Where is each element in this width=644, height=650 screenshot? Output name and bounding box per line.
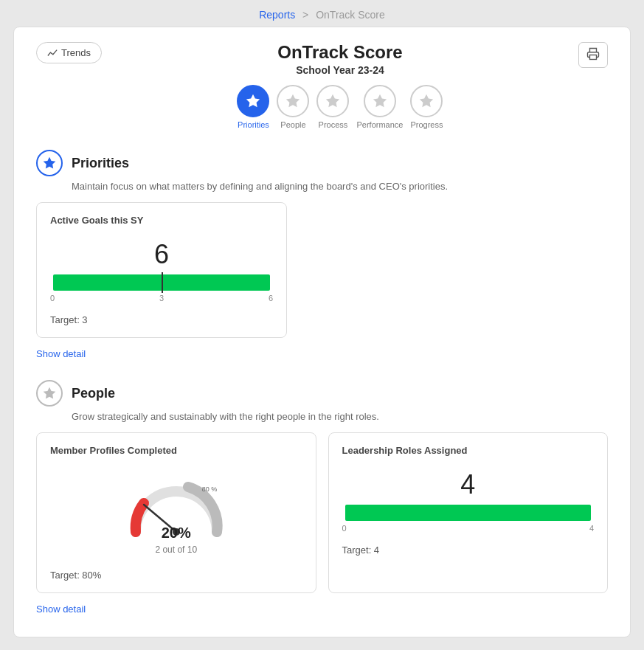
people-star-icon: [42, 386, 57, 401]
page-title: OnTrack Score: [102, 42, 578, 63]
people-icon-circle: [36, 380, 63, 407]
trends-icon: [47, 48, 58, 58]
tabs: Priorities People: [102, 85, 578, 129]
star-icon-people: [285, 93, 301, 109]
svg-rect-0: [590, 55, 597, 60]
people-description: Grow strategically and sustainably with …: [72, 411, 608, 422]
star-icon-progress: [418, 93, 434, 109]
active-goals-card-wrap: Active Goals this SY 6 0 3 6: [36, 202, 608, 338]
active-goals-chart: 6 0 3 6: [50, 233, 273, 305]
bar-label-3: 3: [159, 294, 164, 302]
star-icon-performance: [372, 93, 388, 109]
section-header-people: People: [36, 380, 608, 407]
gauge-svg-wrap: 80 % 20%: [125, 469, 228, 528]
leadership-roles-value: 4: [342, 469, 595, 500]
main-card: Trends OnTrack Score School Year 23-24 P…: [13, 27, 631, 637]
member-profiles-target: Target: 80%: [50, 570, 302, 581]
active-goals-bar-container: [53, 274, 270, 291]
breadcrumb-current: OnTrack Score: [316, 9, 385, 21]
leadership-roles-bar-container: [345, 505, 592, 521]
active-goals-target: Target: 3: [50, 314, 273, 325]
active-goals-card: Active Goals this SY 6 0 3 6: [36, 202, 287, 338]
active-goals-bar-marker: [162, 272, 163, 293]
tab-performance[interactable]: Performance: [356, 85, 403, 129]
bar-label-6: 6: [269, 294, 273, 302]
section-priorities: Priorities Maintain focus on what matter…: [36, 150, 608, 359]
leadership-bar-label-0: 0: [342, 524, 347, 533]
leadership-roles-chart: 4 0 4: [342, 463, 595, 536]
leadership-roles-bar-track: [345, 505, 592, 521]
breadcrumb-reports[interactable]: Reports: [259, 9, 295, 21]
tab-progress[interactable]: Progress: [410, 85, 443, 129]
active-goals-value: 6: [50, 239, 273, 270]
people-cards-row: Member Profiles Completed: [36, 432, 608, 593]
people-title: People: [72, 386, 115, 401]
page-header: Trends OnTrack Score School Year 23-24 P…: [36, 42, 608, 129]
gauge-sub-label: 2 out of 10: [155, 544, 197, 555]
tab-circle-progress: [410, 85, 443, 117]
active-goals-title: Active Goals this SY: [50, 215, 273, 226]
active-goals-bar-labels: 0 3 6: [50, 294, 273, 302]
leadership-roles-bar-fill: [345, 505, 592, 521]
tab-priorities[interactable]: Priorities: [237, 85, 269, 129]
star-icon-process: [325, 93, 341, 109]
tab-circle-priorities: [237, 85, 269, 117]
member-profiles-card: Member Profiles Completed: [36, 432, 316, 593]
active-goals-bar-track: [53, 274, 270, 291]
leadership-roles-title: Leadership Roles Assigned: [342, 445, 595, 456]
leadership-bar-label-4: 4: [589, 524, 594, 533]
leadership-roles-target: Target: 4: [342, 544, 595, 556]
tab-circle-process: [316, 85, 349, 117]
section-people: People Grow strategically and sustainabl…: [36, 380, 608, 615]
priorities-icon-circle: [36, 150, 63, 176]
tab-label-performance: Performance: [356, 120, 403, 129]
tab-process[interactable]: Process: [316, 85, 349, 129]
tab-label-people: People: [280, 120, 305, 129]
gauge-area: 80 % 20% 2 out of 10: [50, 463, 302, 561]
member-profiles-title: Member Profiles Completed: [50, 445, 302, 456]
tab-people[interactable]: People: [277, 85, 309, 129]
svg-text:80 %: 80 %: [201, 485, 217, 493]
priorities-star-icon: [42, 156, 57, 170]
school-year: School Year 23-24: [102, 64, 578, 76]
breadcrumb: Reports > OnTrack Score: [0, 0, 644, 27]
star-icon-priorities: [245, 93, 261, 109]
leadership-roles-bar-labels: 0 4: [342, 524, 595, 533]
section-header-priorities: Priorities: [36, 150, 608, 176]
priorities-show-detail[interactable]: Show detail: [36, 348, 86, 359]
priorities-title: Priorities: [72, 156, 129, 171]
breadcrumb-separator: >: [302, 9, 311, 21]
tab-label-process: Process: [319, 120, 348, 129]
priorities-description: Maintain focus on what matters by defini…: [72, 181, 608, 192]
tab-label-priorities: Priorities: [238, 120, 269, 129]
print-icon: [586, 47, 600, 60]
gauge-pct-label: 20%: [162, 525, 191, 542]
trends-button[interactable]: Trends: [36, 42, 102, 63]
leadership-roles-card: Leadership Roles Assigned 4 0 4 Target: …: [328, 432, 609, 593]
tab-label-progress: Progress: [410, 120, 443, 129]
bar-label-0: 0: [50, 294, 55, 302]
tab-circle-performance: [364, 85, 396, 117]
center-header: OnTrack Score School Year 23-24 Prioriti…: [102, 42, 578, 129]
print-button[interactable]: [578, 42, 608, 68]
people-show-detail[interactable]: Show detail: [36, 604, 86, 615]
tab-circle-people: [277, 85, 309, 117]
